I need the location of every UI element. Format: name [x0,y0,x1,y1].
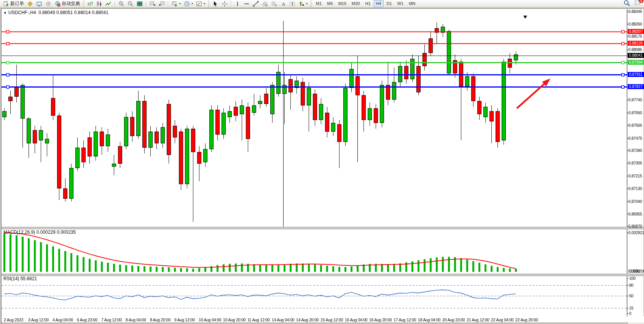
price-tick-label: 0.87565 [628,123,642,128]
time-axis-label: 16 Aug 20:00 [369,318,392,322]
new-chart-button[interactable]: ▾ [170,0,182,8]
dock-chart-button[interactable] [157,0,166,8]
template-icon [196,1,202,7]
new-order-button[interactable]: 新订单 [2,0,26,8]
rsi-axis-label: 50 [629,294,633,298]
zoom-in-button[interactable] [117,0,126,8]
price-line-tag: 0.87911 [628,72,644,77]
bar-chart-mode-button[interactable] [86,0,95,8]
zoom-out-icon [128,1,134,7]
scrollbar-thumb[interactable] [2,322,628,324]
macd-axis-label: 0.002921 [628,230,644,235]
price-line-tag: 0.88126 [628,41,644,46]
toolbar-separator [146,1,147,7]
auto-arrange-button[interactable] [148,0,157,8]
price-tick-label: 0.87650 [628,110,642,115]
price-tick-label: 0.88260 [628,22,642,26]
notifications-icon[interactable]: 1 [634,0,641,8]
text-label-tool-button[interactable]: T [288,0,297,8]
timeframe-button-m30[interactable]: M30 [349,0,362,7]
channel-tool-button[interactable]: E [260,0,269,8]
crosshair-tool-button[interactable] [220,0,229,8]
price-tick-label: 0.87130 [628,186,642,191]
notification-badge: 1 [639,0,644,3]
horizontal-line-tool-icon [244,1,250,7]
text-tool-button[interactable]: A [279,0,288,8]
dropdown-caret-icon[interactable]: ▾ [191,2,193,5]
dropdown-caret-icon[interactable]: ▾ [204,2,205,5]
time-axis-label: 11 Aug 12:00 [247,318,270,322]
chart-high-value: 0.88051 [56,10,73,15]
price-tick-label: 0.87215 [628,174,642,178]
dropdown-caret-icon[interactable]: ▾ [306,2,308,5]
vertical-line-tool-button[interactable] [233,0,242,8]
price-tick-label: 0.88175 [628,34,642,38]
cursor-tool-icon [212,1,218,7]
time-axis-label: 10 Aug 04:00 [199,318,222,322]
svg-text:E: E [266,4,268,7]
data-window-button[interactable] [35,0,44,8]
price-tick-label: 0.87040 [628,199,642,204]
time-axis-label: 17 Aug 12:00 [394,318,416,322]
timeframe-button-w1[interactable]: W1 [395,0,406,7]
timeframe-button-h4[interactable]: H4 [374,0,384,7]
chart-window: ▼USDCHF-,H4 0.88049 0.88051 0.88014 0.88… [1,8,643,324]
arrows-tool-icon [298,1,304,7]
time-axis-label: 2 Aug 2023 [4,318,23,322]
zoom-out-button[interactable] [126,0,135,8]
rsi-indicator-label: RSI(14) 55.6821 [3,276,37,281]
tile-windows-icon [137,1,143,7]
timeframe-button-m15[interactable]: M15 [336,0,349,7]
time-axis-label: 15 Aug 12:00 [320,318,343,322]
time-axis-label: 22 Aug 04:00 [491,318,514,322]
dock-chart-icon [159,1,165,7]
time-axis-label: 8 Aug 04:00 [126,318,146,322]
timeframe-button-m5[interactable]: M5 [325,0,335,7]
pane-splitter[interactable] [2,274,644,276]
horizontal-line-tool-button[interactable] [242,0,251,8]
auto-arrange-icon [150,1,156,7]
timeframe-button-m1[interactable]: M1 [314,0,324,7]
price-tick-label: 0.87305 [628,161,642,165]
time-axis-label: 6 Aug 23:00 [77,318,97,322]
arrows-tool-button[interactable]: ▾ [297,0,309,8]
pane-splitter[interactable] [2,227,644,229]
search-icon[interactable] [623,0,630,8]
time-axis-label: 14 Aug 20:00 [296,318,319,322]
price-tick-label: 0.87740 [628,97,642,102]
chart-menu-triangle-icon[interactable]: ▼ [3,11,7,15]
price-tick-label: 0.88085 [628,47,642,52]
trendline-tool-button[interactable] [251,0,260,8]
chart-canvas[interactable] [2,9,643,324]
channel-tool-icon: E [262,1,268,7]
strategy-tester-button[interactable] [44,0,53,8]
current-price-tag: 0.88041 [628,53,644,58]
fibonacci-tool-icon: F [271,1,277,7]
fibonacci-tool-button[interactable]: F [269,0,279,8]
price-line-tag: 0.87827 [628,84,644,89]
timeframe-button-h1[interactable]: H1 [363,0,373,7]
template-button[interactable]: ▾ [194,0,207,8]
timeframe-button-mn[interactable]: MN [406,0,418,7]
new-order-icon [3,1,9,7]
price-tick-label: 0.87390 [628,148,642,153]
market-watch-button[interactable] [26,0,35,8]
auto-trading-button[interactable]: 自动交易 [53,0,81,8]
toolbar-separator [115,1,115,7]
dropdown-caret-icon[interactable]: ▾ [179,2,181,5]
periods-icon [184,1,190,7]
bar-chart-mode-icon [87,1,93,7]
toolbar: 新订单自动交易▾▾▾EFAT▾M1M5M15M30H1H4D1W1MN1 [0,0,644,8]
data-window-icon [36,1,42,7]
cursor-tool-button[interactable] [211,0,220,8]
timeframe-button-d1[interactable]: D1 [384,0,394,7]
time-axis-label: 21 Aug 12:00 [467,318,489,322]
toolbar-separator [231,1,231,7]
tile-windows-button[interactable] [135,0,144,8]
candlestick-mode-button[interactable] [95,0,104,8]
periods-button[interactable]: ▾ [182,0,194,8]
trendline-tool-icon [253,1,259,7]
horizontal-scrollbar[interactable] [2,322,644,324]
price-tick-label: 0.87475 [628,136,642,140]
line-chart-mode-button[interactable] [104,0,113,8]
